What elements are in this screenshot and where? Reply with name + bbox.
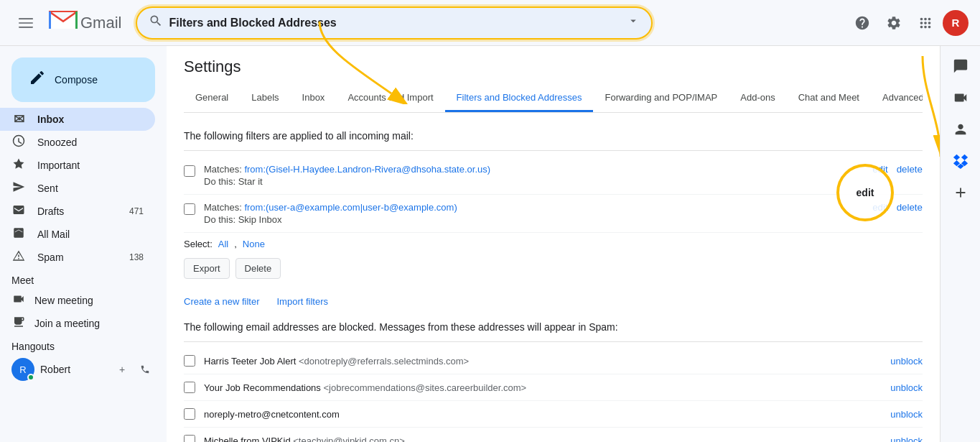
select-none-link[interactable]: None xyxy=(243,239,265,249)
right-dropbox-button[interactable] xyxy=(946,147,975,175)
search-input[interactable] xyxy=(169,17,621,29)
blocked-checkbox-1[interactable] xyxy=(184,355,195,367)
gmail-logo: Gmail xyxy=(49,10,121,35)
select-all-link[interactable]: All xyxy=(218,239,228,249)
meet-section-label: Meet xyxy=(0,269,167,289)
tab-filters[interactable]: Filters and Blocked Addresses xyxy=(445,85,594,112)
filter-edit-1[interactable]: edit xyxy=(872,164,888,175)
filter-delete-2[interactable]: delete xyxy=(897,202,923,213)
filter-delete-1[interactable]: delete xyxy=(897,164,923,175)
join-meeting-icon xyxy=(11,316,26,331)
compose-icon xyxy=(29,69,46,91)
tab-forwarding[interactable]: Forwarding and POP/IMAP xyxy=(593,85,729,112)
unblock-button-4[interactable]: unblock xyxy=(890,436,923,443)
select-row: Select: All , None xyxy=(184,233,923,255)
sidebar-item-label: Sent xyxy=(37,183,144,194)
new-meeting-icon xyxy=(11,293,26,308)
search-dropdown-button[interactable] xyxy=(627,14,640,31)
all-mail-icon xyxy=(11,226,26,243)
sidebar-item-all-mail[interactable]: All Mail xyxy=(0,223,155,246)
drafts-count: 471 xyxy=(129,206,144,216)
filter-match-link-1[interactable]: from:(Gisel-H.Haydee.Landron-Rivera@dhso… xyxy=(244,164,490,175)
delete-button[interactable]: Delete xyxy=(235,258,281,279)
sidebar-item-join-meeting[interactable]: Join a meeting xyxy=(0,312,155,335)
tab-labels[interactable]: Labels xyxy=(240,85,290,112)
tab-advanced[interactable]: Advanced xyxy=(871,85,923,112)
right-chat-button[interactable] xyxy=(946,52,975,80)
compose-button[interactable]: Compose xyxy=(11,57,155,102)
sidebar-item-inbox[interactable]: ✉ Inbox xyxy=(0,108,155,131)
right-sidebar xyxy=(940,46,980,442)
import-filters-link[interactable]: Import filters xyxy=(277,296,329,307)
apps-button[interactable] xyxy=(911,9,940,37)
blocked-checkbox-4[interactable] xyxy=(184,435,195,442)
top-right-icons: R xyxy=(848,9,969,37)
gmail-text: Gmail xyxy=(80,14,121,32)
sidebar-item-label: All Mail xyxy=(37,229,144,240)
blocked-checkbox-2[interactable] xyxy=(184,382,195,393)
filter-info-2: Matches: from:(user-a@example.com|user-b… xyxy=(204,202,864,225)
filter-checkbox-1[interactable] xyxy=(184,165,195,177)
hangout-phone-button[interactable] xyxy=(135,359,155,379)
hangouts-section: Hangouts R Robert + xyxy=(0,335,167,387)
sidebar-item-label: Snoozed xyxy=(37,137,144,148)
blocked-checkbox-3[interactable] xyxy=(184,408,195,420)
sidebar-item-new-meeting[interactable]: New meeting xyxy=(0,289,155,312)
svg-rect-1 xyxy=(19,22,33,24)
filter-edit-2[interactable]: edit xyxy=(872,202,888,213)
settings-button[interactable] xyxy=(879,9,908,37)
tab-general[interactable]: General xyxy=(184,85,240,112)
svg-rect-0 xyxy=(19,18,33,19)
create-filter-link[interactable]: Create a new filter xyxy=(184,296,260,307)
tab-accounts[interactable]: Accounts and Import xyxy=(336,85,444,112)
search-bar[interactable] xyxy=(136,6,653,40)
tab-addons[interactable]: Add-ons xyxy=(729,85,786,112)
settings-title: Settings xyxy=(184,57,923,76)
sidebar-item-snoozed[interactable]: Snoozed xyxy=(0,131,155,154)
content-area: Settings General Labels Inbox Accounts a… xyxy=(167,46,940,442)
tab-inbox[interactable]: Inbox xyxy=(291,85,337,112)
right-contacts-button[interactable] xyxy=(946,115,975,144)
blocked-name-1: Harris Teeter Job Alert <donotreply@refe… xyxy=(204,356,882,367)
avatar[interactable]: R xyxy=(943,10,969,36)
sidebar-item-label: Drafts xyxy=(37,206,118,217)
hangout-avatar: R xyxy=(11,358,34,381)
unblock-button-3[interactable]: unblock xyxy=(890,409,923,420)
blocked-section-title: The following email addresses are blocke… xyxy=(184,321,923,333)
blocked-name-3: noreply-metro@cnetcontent.com xyxy=(204,409,882,420)
important-icon xyxy=(11,157,26,174)
filter-match-1: Matches: from:(Gisel-H.Haydee.Landron-Ri… xyxy=(204,164,864,175)
help-button[interactable] xyxy=(848,9,877,37)
hangout-user[interactable]: R Robert + xyxy=(11,355,155,384)
compose-label: Compose xyxy=(55,74,98,86)
drafts-icon xyxy=(11,203,26,220)
sidebar-item-drafts[interactable]: Drafts 471 xyxy=(0,200,155,223)
filter-match-link-2[interactable]: from:(user-a@example.com|user-b@example.… xyxy=(244,202,457,213)
export-button[interactable]: Export xyxy=(184,258,230,279)
sidebar-item-label: Spam xyxy=(37,252,118,263)
right-add-button[interactable] xyxy=(946,178,975,207)
sidebar-item-spam[interactable]: Spam 138 xyxy=(0,246,155,269)
unblock-button-2[interactable]: unblock xyxy=(890,382,923,393)
hangout-add-button[interactable]: + xyxy=(112,359,132,379)
settings-content: The following filters are applied to all… xyxy=(167,113,940,442)
main-layout: Compose ✉ Inbox Snoozed Important Sent xyxy=(0,46,980,442)
tab-chat[interactable]: Chat and Meet xyxy=(787,85,871,112)
hangout-name: Robert xyxy=(40,364,70,375)
filter-row-2: Matches: from:(user-a@example.com|user-b… xyxy=(184,195,923,233)
sidebar-item-sent[interactable]: Sent xyxy=(0,177,155,200)
join-meeting-label: Join a meeting xyxy=(34,318,100,329)
blocked-row-2: Your Job Recommendations <jobrecommendat… xyxy=(184,374,923,401)
right-meet-button[interactable] xyxy=(946,83,975,112)
sidebar-item-important[interactable]: Important xyxy=(0,154,155,177)
filters-intro: The following filters are applied to all… xyxy=(184,130,923,142)
menu-button[interactable] xyxy=(11,9,40,37)
spam-count: 138 xyxy=(129,252,144,262)
filter-checkbox-2[interactable] xyxy=(184,203,195,215)
create-filter-row: Create a new filter Import filters xyxy=(184,290,923,321)
filter-action-2: Do this: Skip Inbox xyxy=(204,214,864,225)
divider-blocked xyxy=(184,341,923,342)
filter-action-1: Do this: Star it xyxy=(204,176,864,187)
snoozed-icon xyxy=(11,134,26,151)
unblock-button-1[interactable]: unblock xyxy=(890,356,923,367)
